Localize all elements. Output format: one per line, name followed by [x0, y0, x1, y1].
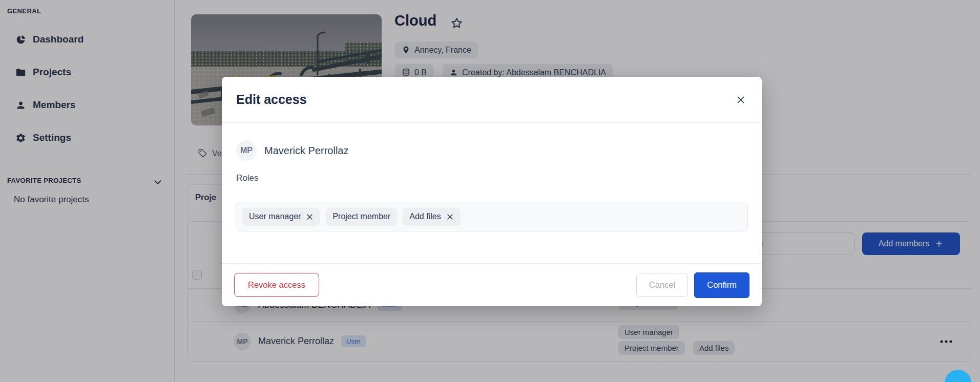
- remove-role-icon[interactable]: [446, 213, 454, 221]
- roles-multiselect-input[interactable]: User manager Project member Add files: [236, 202, 748, 231]
- edit-access-modal: Edit access MP Maverick Perrollaz Roles …: [222, 77, 762, 306]
- app-window: GENERAL Dashboard Projects Members Setti…: [0, 0, 980, 382]
- revoke-access-button[interactable]: Revoke access: [234, 273, 319, 297]
- confirm-button[interactable]: Confirm: [694, 272, 749, 298]
- role-tag-label: User manager: [249, 212, 301, 221]
- modal-header: Edit access: [222, 77, 762, 123]
- role-tag-label: Project member: [332, 212, 390, 221]
- modal-footer: Revoke access Cancel Confirm: [222, 263, 762, 306]
- modal-user-name: Maverick Perrollaz: [264, 145, 348, 157]
- avatar: MP: [236, 140, 257, 161]
- role-tag-label: Add files: [409, 212, 441, 221]
- role-tag: Project member: [326, 208, 397, 226]
- remove-role-icon[interactable]: [306, 213, 314, 221]
- role-tag: Add files: [403, 208, 460, 226]
- roles-label: Roles: [236, 173, 258, 183]
- modal-title: Edit access: [236, 92, 307, 107]
- close-icon[interactable]: [734, 93, 747, 107]
- role-tag: User manager: [242, 208, 320, 226]
- modal-user-row: MP Maverick Perrollaz: [236, 140, 348, 161]
- cancel-button[interactable]: Cancel: [636, 273, 688, 297]
